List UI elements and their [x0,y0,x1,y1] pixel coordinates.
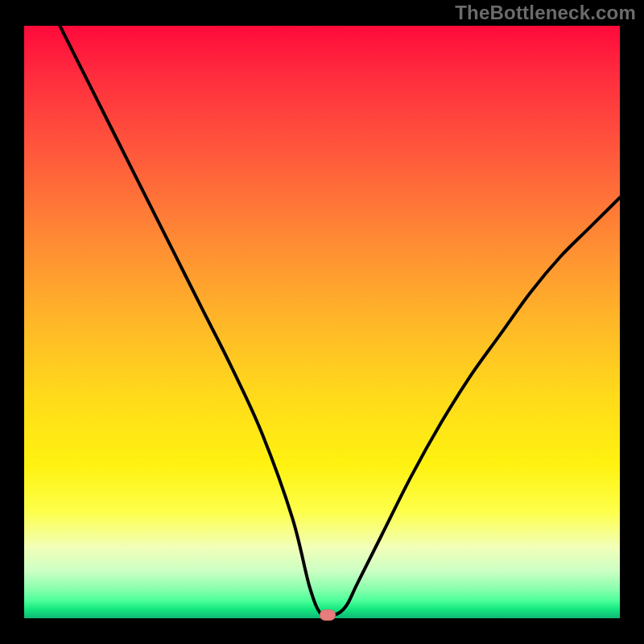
attribution-text: TheBottleneck.com [455,2,636,24]
bottleneck-curve [24,26,620,618]
optimal-point-marker [320,609,336,621]
chart-container: TheBottleneck.com [0,0,644,644]
plot-area [24,26,620,618]
